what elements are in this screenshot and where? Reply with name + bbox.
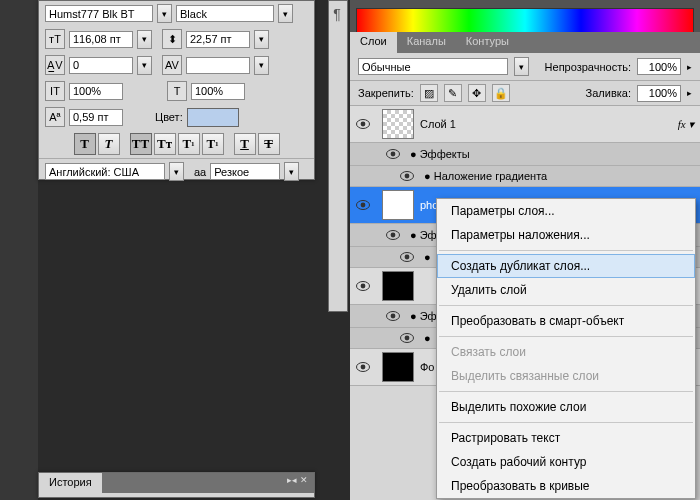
fill-input[interactable] [637, 85, 681, 102]
visibility-icon[interactable] [350, 200, 376, 210]
menu-item: Связать слои [437, 340, 695, 364]
layer-effects-row[interactable]: ● Эффекты [350, 143, 700, 166]
fx-indicator[interactable]: fx ▾ [678, 118, 694, 131]
chevron-down-icon[interactable]: ▾ [284, 162, 299, 181]
layer-thumbnail[interactable]: T [382, 190, 414, 220]
toolbar-strip [328, 0, 348, 312]
lock-image-icon[interactable]: ✎ [444, 84, 462, 102]
color-label: Цвет: [155, 111, 183, 123]
bold-button[interactable]: T [74, 133, 96, 155]
visibility-icon[interactable] [380, 311, 406, 321]
chevron-down-icon[interactable]: ▾ [254, 30, 269, 49]
fill-label: Заливка: [586, 87, 631, 99]
tab-channels[interactable]: Каналы [397, 32, 456, 53]
language-select[interactable] [45, 163, 165, 180]
menu-item[interactable]: Выделить похожие слои [437, 395, 695, 419]
visibility-icon[interactable] [380, 230, 406, 240]
superscript-button[interactable]: T1 [178, 133, 200, 155]
lock-position-icon[interactable]: ✥ [468, 84, 486, 102]
chevron-down-icon[interactable]: ▾ [514, 57, 529, 76]
lock-transparency-icon[interactable]: ▨ [420, 84, 438, 102]
blend-mode-select[interactable] [358, 58, 508, 75]
chevron-down-icon[interactable]: ▾ [137, 56, 152, 75]
vscale-icon: IT [45, 81, 65, 101]
underline-button[interactable]: T [234, 133, 256, 155]
baseline-input[interactable] [69, 109, 123, 126]
menu-item[interactable]: Параметры слоя... [437, 199, 695, 223]
opacity-input[interactable] [637, 58, 681, 75]
opacity-label: Непрозрачность: [545, 61, 631, 73]
chevron-down-icon[interactable]: ▾ [278, 4, 293, 23]
layer-thumbnail[interactable] [382, 109, 414, 139]
menu-item[interactable]: Преобразовать в смарт-объект [437, 309, 695, 333]
hscale-input[interactable] [191, 83, 245, 100]
chevron-down-icon[interactable]: ▾ [169, 162, 184, 181]
character-panel: ▾ ▾ тТ ▾ ⬍ ▾ A̲V ▾ AV ▾ IT T Aª Цвет: T … [38, 0, 315, 180]
tracking-icon: AV [162, 55, 182, 75]
menu-item[interactable]: Создать рабочий контур [437, 450, 695, 474]
leading-input[interactable] [186, 31, 250, 48]
strikethrough-button[interactable]: T [258, 133, 280, 155]
menu-item[interactable]: Преобразовать в кривые [437, 474, 695, 498]
vscale-input[interactable] [69, 83, 123, 100]
smallcaps-button[interactable]: Tт [154, 133, 176, 155]
chevron-down-icon[interactable]: ▾ [137, 30, 152, 49]
hscale-icon: T [167, 81, 187, 101]
visibility-icon[interactable] [394, 333, 420, 343]
font-family-select[interactable] [45, 5, 153, 22]
layer-name[interactable]: Фо [420, 361, 434, 373]
collapse-icon[interactable]: ▸◂ ✕ [281, 473, 314, 493]
kerning-icon: A̲V [45, 55, 65, 75]
kerning-input[interactable] [69, 57, 133, 74]
layer-row[interactable]: Слой 1fx ▾ [350, 106, 700, 143]
layer-effect-item[interactable]: ● Наложение градиента [350, 166, 700, 187]
menu-item[interactable]: Параметры наложения... [437, 223, 695, 247]
allcaps-button[interactable]: TT [130, 133, 152, 155]
tab-paths[interactable]: Контуры [456, 32, 519, 53]
history-panel: История ▸◂ ✕ [38, 472, 315, 498]
visibility-icon[interactable] [350, 281, 376, 291]
menu-item[interactable]: Создать дубликат слоя... [437, 254, 695, 278]
font-size-icon: тТ [45, 29, 65, 49]
lock-label: Закрепить: [358, 87, 414, 99]
chevron-down-icon[interactable]: ▾ [254, 56, 269, 75]
paragraph-icon[interactable]: ¶ [328, 6, 346, 22]
layer-thumbnail[interactable] [382, 352, 414, 382]
menu-item[interactable]: Растрировать текст [437, 426, 695, 450]
tracking-input[interactable] [186, 57, 250, 74]
italic-button[interactable]: T [98, 133, 120, 155]
tab-history[interactable]: История [39, 473, 102, 493]
layer-context-menu: Параметры слоя...Параметры наложения...С… [436, 198, 696, 499]
lock-all-icon[interactable]: 🔒 [492, 84, 510, 102]
aa-prefix: aа [194, 166, 206, 178]
visibility-icon[interactable] [350, 119, 376, 129]
chevron-down-icon[interactable]: ▾ [157, 4, 172, 23]
visibility-icon[interactable] [394, 252, 420, 262]
menu-item: Выделить связанные слои [437, 364, 695, 388]
visibility-icon[interactable] [380, 149, 406, 159]
text-color-swatch[interactable] [187, 108, 239, 127]
menu-item[interactable]: Удалить слой [437, 278, 695, 302]
visibility-icon[interactable] [350, 362, 376, 372]
subscript-button[interactable]: T1 [202, 133, 224, 155]
color-spectrum[interactable] [356, 8, 694, 34]
font-size-input[interactable] [69, 31, 133, 48]
tab-layers[interactable]: Слои [350, 32, 397, 53]
layer-thumbnail[interactable] [382, 271, 414, 301]
layer-name[interactable]: Слой 1 [420, 118, 456, 130]
visibility-icon[interactable] [394, 171, 420, 181]
font-weight-select[interactable] [176, 5, 274, 22]
baseline-icon: Aª [45, 107, 65, 127]
leading-icon: ⬍ [162, 29, 182, 49]
antialias-select[interactable] [210, 163, 280, 180]
